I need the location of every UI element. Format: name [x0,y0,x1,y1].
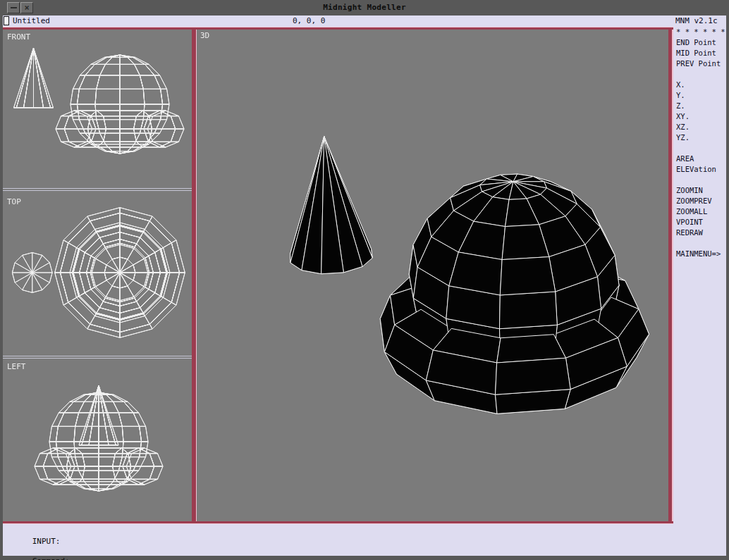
menu-item-vpoint[interactable]: VPOINT [676,217,703,228]
app-area: Untitled 0, 0, 0 MNM v2.1c FRONT TOP LEF… [3,15,726,556]
menu-item-redraw[interactable]: REDRAW [676,228,703,238]
menu-item-yz[interactable]: YZ. [676,132,690,143]
viewport-front-label: FRONT [7,32,30,42]
midnight-modeller-window: × Midnight Modeller Untitled 0, 0, 0 MNM… [0,0,729,560]
viewport-left-canvas[interactable] [3,359,192,521]
viewport-separator [3,188,192,191]
viewport-front-canvas[interactable] [3,30,192,188]
menu-item-zoomprev[interactable]: ZOOMPREV [676,196,712,206]
viewport-left-label: LEFT [7,362,26,371]
viewport-right-border [668,30,673,521]
viewport-bottom-border [3,521,673,524]
menu-item-elevation[interactable]: ELEVation [676,164,716,175]
status-bar: Untitled 0, 0, 0 MNM v2.1c [3,15,726,27]
menu-item-mid-point[interactable]: MID Point [676,48,716,58]
menu-item-y[interactable]: Y. [676,90,685,101]
side-menu: * * * * * *END PointMID PointPREV PointX… [673,27,726,548]
input-line[interactable]: INPUT: [3,525,427,536]
version-label: MNM v2.1c [675,15,718,27]
menu-item-mainmenu[interactable]: MAINMENU=> [676,249,721,259]
menu-item-xy[interactable]: XY. [676,111,690,122]
menu-item-xz[interactable]: XZ. [676,122,690,132]
menu-item-zoomin[interactable]: ZOOMIN [676,185,703,196]
menu-item-[interactable]: * * * * * * [676,27,725,37]
menu-item-area[interactable]: AREA [676,154,694,164]
menu-item-x[interactable]: X. [676,80,685,90]
menu-item-end-point[interactable]: END Point [676,37,716,48]
menu-item-prev-point[interactable]: PREV Point [676,58,721,69]
coordinates-display: 0, 0, 0 [293,15,325,27]
window-title: Midnight Modeller [0,0,729,15]
menu-item-zoomall[interactable]: ZOOMALL [676,206,707,217]
command-line[interactable]: Command: [3,545,427,556]
viewport-3d-canvas[interactable] [197,30,668,521]
viewport-3d: 3D [197,30,668,521]
panel-divider [192,30,197,521]
document-icon [4,16,9,25]
viewport-3d-label: 3D [200,31,209,40]
filename-label: Untitled [13,15,50,27]
viewport-top-label: TOP [7,197,21,206]
ortho-viewports-panel: FRONT TOP LEFT [3,30,192,521]
viewport-top-canvas[interactable] [3,192,192,356]
window-title-bar: × Midnight Modeller [0,0,729,15]
command-label: Command: [32,556,70,560]
menu-item-z[interactable]: Z. [676,101,685,111]
